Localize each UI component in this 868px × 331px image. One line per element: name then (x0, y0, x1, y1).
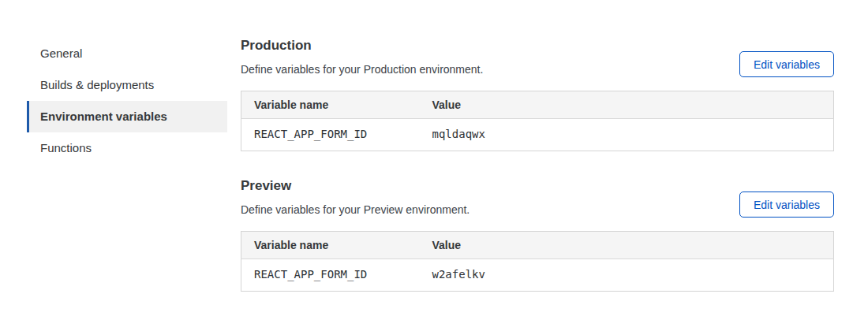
settings-sidebar: General Builds & deployments Environment… (27, 38, 227, 164)
preview-variables-table: Variable name Value REACT_APP_FORM_ID w2… (241, 231, 834, 292)
table-row: REACT_APP_FORM_ID mqldaqwx (241, 119, 834, 151)
table-header-row: Variable name Value (241, 232, 834, 259)
edit-variables-button-production[interactable]: Edit variables (739, 51, 834, 77)
variable-name-cell: REACT_APP_FORM_ID (241, 119, 420, 151)
sidebar-item-functions[interactable]: Functions (27, 132, 227, 164)
column-header-variable-name: Variable name (241, 232, 420, 259)
sidebar-item-builds-deployments[interactable]: Builds & deployments (27, 69, 227, 101)
environment-variables-settings-page: General Builds & deployments Environment… (0, 0, 868, 331)
preview-section: Preview Define variables for your Previe… (241, 178, 834, 292)
column-header-variable-name: Variable name (241, 91, 420, 119)
variable-value-cell: mqldaqwx (420, 119, 834, 151)
variable-name-cell: REACT_APP_FORM_ID (241, 259, 420, 292)
edit-variables-button-preview[interactable]: Edit variables (739, 192, 834, 218)
sidebar-item-general[interactable]: General (27, 38, 227, 69)
column-header-value: Value (420, 232, 834, 259)
production-variables-table: Variable name Value REACT_APP_FORM_ID mq… (241, 91, 834, 151)
column-header-value: Value (420, 91, 834, 119)
variable-value-cell: w2afelkv (420, 259, 834, 292)
production-section: Production Define variables for your Pro… (241, 38, 834, 151)
table-header-row: Variable name Value (241, 91, 834, 119)
sidebar-item-environment-variables[interactable]: Environment variables (27, 101, 227, 132)
table-row: REACT_APP_FORM_ID w2afelkv (241, 259, 834, 292)
settings-content: Production Define variables for your Pro… (241, 0, 834, 331)
